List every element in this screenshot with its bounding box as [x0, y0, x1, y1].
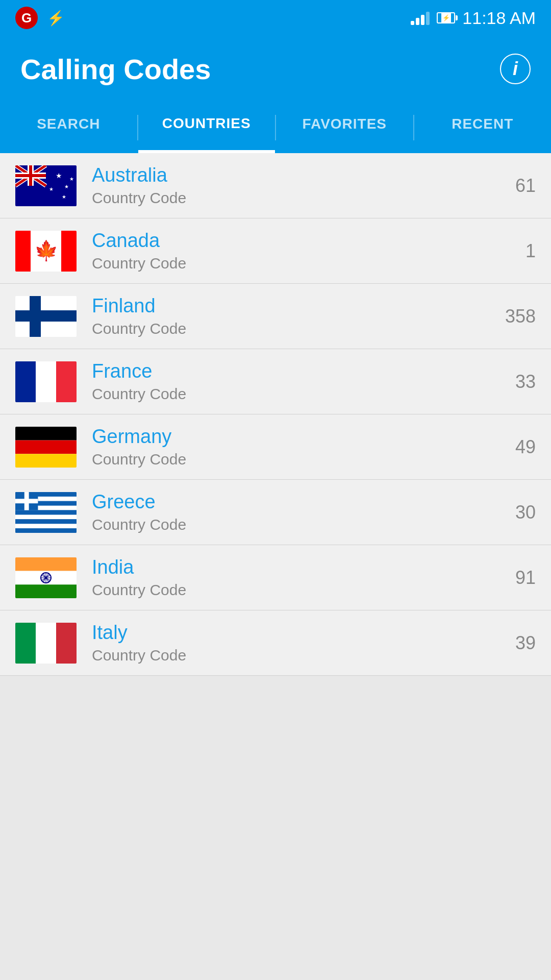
table-row[interactable]: Italy Country Code 39 [0, 610, 551, 676]
country-info-finland: Finland Country Code [92, 295, 505, 337]
flag-france [15, 361, 77, 402]
flag-germany [15, 427, 77, 468]
status-bar: G ⚡ ⚡ 11:18 AM [0, 0, 551, 36]
country-code-label: Country Code [92, 189, 515, 207]
flag-australia: ★ ★ ★ ★ ★ [15, 165, 77, 206]
country-code-label: Country Code [92, 647, 515, 664]
svg-text:★: ★ [56, 172, 62, 180]
country-info-germany: Germany Country Code [92, 426, 515, 468]
country-code-label: Country Code [92, 451, 515, 468]
svg-text:★: ★ [49, 186, 54, 192]
svg-rect-9 [15, 174, 46, 177]
g-app-icon: G [15, 7, 38, 29]
country-code-value: 30 [515, 502, 536, 523]
svg-rect-35 [15, 519, 77, 524]
table-row[interactable]: 🍁 Canada Country Code 1 [0, 218, 551, 284]
flag-india [15, 557, 77, 598]
country-code-label: Country Code [92, 255, 525, 272]
country-code-label: Country Code [92, 385, 515, 403]
header: Calling Codes i [0, 36, 551, 102]
status-right-info: ⚡ 11:18 AM [411, 8, 536, 28]
country-code-value: 39 [515, 632, 536, 654]
battery-icon: ⚡ [437, 12, 455, 23]
tab-countries[interactable]: COUNTRIES [138, 102, 276, 153]
table-row[interactable]: India Country Code 91 [0, 545, 551, 610]
svg-rect-23 [36, 361, 56, 402]
svg-rect-22 [15, 361, 36, 402]
svg-rect-17 [61, 231, 77, 272]
flag-italy [15, 623, 77, 664]
table-row[interactable]: ★ ★ ★ ★ ★ Australia Country Code 61 [0, 153, 551, 218]
svg-rect-43 [15, 584, 77, 598]
flag-finland [15, 296, 77, 337]
svg-rect-27 [15, 454, 77, 468]
country-info-india: India Country Code [92, 556, 515, 599]
country-info-canada: Canada Country Code [92, 230, 525, 272]
country-info-greece: Greece Country Code [92, 491, 515, 533]
country-code-value: 358 [505, 306, 536, 327]
table-row[interactable]: France Country Code 33 [0, 349, 551, 414]
svg-rect-56 [56, 623, 77, 664]
svg-text:🍁: 🍁 [34, 239, 59, 262]
tab-bar: SEARCH COUNTRIES FAVORITES RECENT [0, 102, 551, 153]
svg-rect-40 [24, 492, 29, 510]
svg-rect-34 [15, 514, 77, 519]
country-name: Australia [92, 164, 515, 186]
status-time: 11:18 AM [462, 8, 536, 28]
tab-recent[interactable]: RECENT [414, 102, 552, 153]
info-icon: i [513, 58, 518, 80]
table-row[interactable]: Germany Country Code 49 [0, 414, 551, 480]
country-name: Canada [92, 230, 525, 252]
country-name: France [92, 360, 515, 382]
flag-greece [15, 492, 77, 533]
country-name: Italy [92, 622, 515, 644]
svg-rect-20 [15, 310, 77, 322]
country-code-value: 61 [515, 175, 536, 197]
tab-search[interactable]: SEARCH [0, 102, 137, 153]
country-name: India [92, 556, 515, 578]
country-code-label: Country Code [92, 320, 505, 337]
country-name: Finland [92, 295, 505, 317]
svg-rect-26 [15, 440, 77, 454]
country-code-label: Country Code [92, 581, 515, 599]
page-title: Calling Codes [20, 53, 211, 86]
country-code-label: Country Code [92, 516, 515, 533]
table-row[interactable]: Greece Country Code 30 [0, 480, 551, 545]
country-code-value: 1 [525, 240, 536, 262]
usb-icon: ⚡ [47, 10, 65, 27]
svg-rect-15 [15, 231, 31, 272]
svg-rect-36 [15, 524, 77, 528]
country-info-italy: Italy Country Code [92, 622, 515, 664]
svg-rect-37 [15, 528, 77, 533]
country-name: Germany [92, 426, 515, 448]
country-name: Greece [92, 491, 515, 513]
country-list: ★ ★ ★ ★ ★ Australia Country Code 61 🍁 Ca [0, 153, 551, 676]
country-info-france: France Country Code [92, 360, 515, 403]
tab-favorites[interactable]: FAVORITES [276, 102, 413, 153]
table-row[interactable]: Finland Country Code 358 [0, 284, 551, 349]
svg-rect-21 [30, 296, 41, 337]
svg-text:★: ★ [62, 194, 66, 200]
svg-text:★: ★ [69, 176, 74, 182]
svg-rect-55 [36, 623, 56, 664]
country-code-value: 33 [515, 371, 536, 393]
svg-rect-54 [15, 623, 36, 664]
flag-canada: 🍁 [15, 231, 77, 272]
country-info-australia: Australia Country Code [92, 164, 515, 207]
country-code-value: 91 [515, 567, 536, 589]
svg-text:★: ★ [64, 184, 69, 189]
svg-rect-41 [15, 557, 77, 571]
svg-rect-24 [56, 361, 77, 402]
signal-icon [411, 11, 430, 25]
svg-rect-33 [15, 510, 77, 514]
svg-rect-25 [15, 427, 77, 440]
info-button[interactable]: i [500, 54, 531, 84]
status-left-icons: G ⚡ [15, 7, 65, 29]
country-code-value: 49 [515, 436, 536, 458]
